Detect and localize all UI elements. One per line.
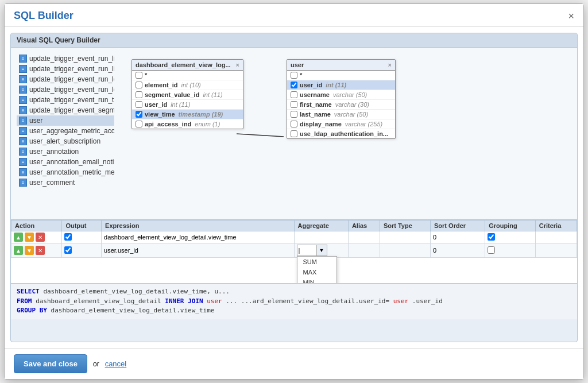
table-icon: ≡ [19,179,27,187]
grouping-checkbox[interactable] [488,246,495,254]
aggregate-cell [294,231,348,243]
delete-button[interactable]: ✕ [36,246,45,255]
col-aggregate: Aggregate [294,220,348,231]
field-name: * [145,72,147,79]
sql-keyword-join: INNER JOIN [165,297,203,305]
field-checkbox[interactable] [291,72,297,79]
grouping-cell [485,243,536,258]
save-close-button[interactable]: Save and close [14,354,87,373]
expression-text: dashboard_element_view_log_detail.view_t… [104,234,237,241]
modal-close-button[interactable]: × [568,11,574,21]
list-item[interactable]: ≡update_trigger_event_run_list [17,64,114,74]
field-checkbox[interactable] [136,91,142,98]
aggregate-dropdown-arrow[interactable]: ▼ [317,245,327,256]
field-type: varchar (255) [345,121,382,127]
field-type: timestamp (19) [179,111,223,118]
field-checkbox[interactable] [136,101,142,108]
list-item[interactable]: ≡user_aggregate_metric_access [17,126,114,136]
field-checkbox[interactable] [291,130,297,137]
field-name: segment_value_id [145,91,199,98]
list-item[interactable]: ≡update_trigger_event_segmen [17,105,114,115]
field-name: element_id [145,82,177,88]
list-item[interactable]: ≡update_trigger_event_run_log [17,74,114,84]
field-checkbox[interactable] [136,111,142,118]
col-output: Output [62,220,102,231]
field-checkbox[interactable] [136,72,142,79]
field-name: use_ldap_authentication_in... [300,130,388,137]
col-sort-order: Sort Order [431,220,485,231]
erd-row: * [132,71,243,80]
sql-keyword-groupby: GROUP BY [17,307,47,314]
field-checkbox[interactable] [291,82,297,88]
sort-order-cell: 0 [431,243,485,258]
field-checkbox[interactable] [291,101,297,108]
criteria-cell [535,231,577,243]
erd-row: use_ldap_authentication_in... [287,129,395,138]
table-icon: ≡ [19,137,27,145]
table-icon: ≡ [19,148,27,156]
field-name: api_access_ind [145,121,191,127]
table-icon: ≡ [19,158,27,166]
sql-join-field: .user_id [412,297,443,305]
list-item[interactable]: ≡user_annotation_metric_measu [17,167,114,177]
col-criteria: Criteria [535,220,577,231]
svg-line-0 [237,134,284,137]
field-checkbox[interactable] [291,111,297,118]
table-icon: ≡ [19,75,27,83]
aggregate-input[interactable] [297,245,317,256]
sql-groupby-fields: dashboard_element_view_log_detail.view_t… [51,307,215,314]
dropdown-item-max[interactable]: MAX [297,267,336,277]
list-item[interactable]: ≡update_trigger_event_run_thre [17,95,114,105]
table-icon: ≡ [19,96,27,104]
panel-content: ≡update_trigger_event_run_list ≡update_t… [11,48,577,342]
table-icon: ≡ [19,86,27,94]
field-name: * [300,72,302,79]
field-checkbox[interactable] [291,91,297,98]
table-icon: ≡ [19,117,27,125]
erd-row: display_name varchar (255) [287,119,395,129]
field-name: username [300,91,330,98]
erd-table-dashboard-close[interactable]: × [236,61,239,68]
erd-row: element_id int (10) [132,80,243,90]
erd-table-dashboard-header: dashboard_element_view_log... × [132,60,243,71]
field-name: display_name [300,121,342,127]
sql-select-fields: dashboard_element_view_log_detail.view_t… [43,288,230,295]
aggregate-dropdown-menu: SUM MAX MIN AVG COUNT [297,256,337,283]
move-up-button[interactable]: ▲ [14,246,23,255]
list-item-user[interactable]: ≡user [17,115,114,126]
output-checkbox[interactable] [64,233,72,241]
erd-table-user-close[interactable]: × [388,61,392,68]
list-item[interactable]: ≡user_annotation_email_notifica [17,157,114,167]
sql-join-table2: user [393,297,409,305]
erd-row-highlighted: view_time timestamp (19) [132,110,243,119]
field-checkbox[interactable] [291,121,297,127]
field-type: int (11) [326,82,346,88]
list-item[interactable]: ≡user_comment [17,177,114,188]
aggregate-cell: ▼ SUM MAX MIN AVG COUNT [294,243,348,258]
dropdown-item-min[interactable]: MIN [297,277,336,283]
field-type: varchar (50) [333,91,367,98]
output-cell [62,243,102,258]
field-checkbox[interactable] [136,121,142,127]
dropdown-item-sum[interactable]: SUM [297,257,336,267]
cancel-button[interactable]: cancel [105,359,127,368]
field-checkbox[interactable] [136,82,142,88]
move-down-button[interactable]: ▼ [25,246,34,255]
aggregate-dropdown: ▼ SUM MAX MIN AVG COUNT [297,245,327,256]
list-item[interactable]: ≡update_trigger_event_run_list [17,53,114,64]
move-down-button[interactable]: ▼ [25,233,34,242]
modal-header: SQL Builder × [5,4,583,27]
panel-title: Visual SQL Query Builder [11,33,577,48]
table-row: ▲ ▼ ✕ dashboard_element_view_log_detail.… [11,231,577,243]
delete-button[interactable]: ✕ [36,233,45,242]
list-item[interactable]: ≡update_trigger_event_run_log [17,84,114,95]
erd-table-user-title: user [291,61,304,68]
output-checkbox[interactable] [64,246,72,254]
grouping-checkbox[interactable] [488,233,495,241]
erd-table-dashboard: dashboard_element_view_log... × * elemen… [131,59,243,129]
sql-keyword-select: SELECT [17,288,40,295]
field-type: varchar (50) [334,111,368,118]
list-item[interactable]: ≡user_alert_subscription [17,136,114,146]
move-up-button[interactable]: ▲ [14,233,23,242]
list-item[interactable]: ≡user_annotation [17,146,114,157]
